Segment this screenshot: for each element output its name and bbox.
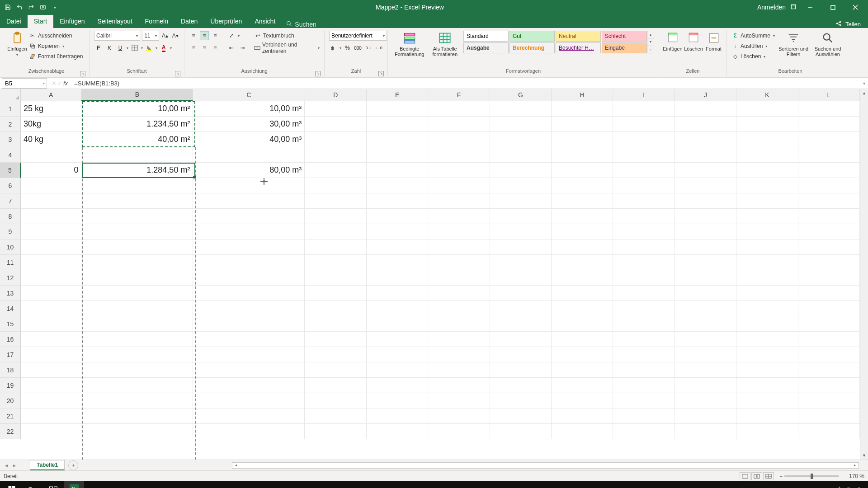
cell[interactable] [613, 147, 675, 163]
cell[interactable] [428, 101, 490, 117]
cell[interactable] [675, 117, 736, 132]
insert-function-button[interactable]: fx [63, 80, 68, 87]
style-schlecht[interactable]: Schlecht [602, 31, 647, 42]
cell[interactable] [490, 147, 552, 163]
row-header[interactable]: 3 [0, 132, 21, 147]
expand-formula-bar-icon[interactable]: ▾ [860, 81, 868, 86]
row-header[interactable]: 2 [0, 117, 21, 132]
row-header[interactable]: 1 [0, 101, 21, 117]
cell[interactable] [798, 316, 860, 332]
cell[interactable] [675, 224, 736, 239]
cell[interactable] [428, 424, 490, 439]
cell[interactable] [21, 209, 81, 224]
style-neutral[interactable]: Neutral [556, 31, 601, 42]
cell[interactable] [552, 270, 613, 286]
cell[interactable] [552, 239, 613, 255]
cell[interactable] [193, 147, 305, 163]
cell[interactable] [305, 132, 366, 147]
tab-seitenlayout[interactable]: Seitenlayout [91, 15, 139, 28]
cell[interactable] [552, 347, 613, 362]
style-ausgabe[interactable]: Ausgabe [463, 42, 509, 53]
cell[interactable] [21, 332, 81, 347]
cell[interactable] [675, 378, 736, 393]
column-header[interactable]: L [798, 89, 860, 101]
sheet-tab[interactable]: Tabelle1 [30, 460, 65, 470]
save-icon[interactable] [4, 3, 12, 11]
cell[interactable] [81, 316, 193, 332]
cell[interactable] [428, 393, 490, 408]
fill-color-icon[interactable] [145, 43, 154, 52]
cell[interactable] [736, 332, 798, 347]
cell[interactable] [81, 147, 193, 163]
cell[interactable] [490, 301, 552, 316]
cell[interactable] [428, 193, 490, 209]
tab-daten[interactable]: Daten [175, 15, 204, 28]
cell[interactable] [81, 286, 193, 301]
cell[interactable] [428, 286, 490, 301]
cell[interactable] [490, 193, 552, 209]
column-header[interactable]: H [552, 89, 613, 101]
cell[interactable] [367, 239, 428, 255]
cell[interactable] [736, 101, 798, 117]
cell[interactable] [675, 347, 736, 362]
cell[interactable] [367, 286, 428, 301]
cell[interactable] [193, 193, 305, 209]
cell[interactable] [305, 286, 366, 301]
cell[interactable] [798, 147, 860, 163]
cell[interactable] [675, 362, 736, 378]
decrease-indent-icon[interactable]: ⇤ [227, 43, 236, 52]
cell[interactable] [736, 286, 798, 301]
horizontal-scrollbar[interactable]: ◂▸ [232, 462, 859, 469]
cell[interactable] [675, 408, 736, 424]
cell[interactable] [675, 332, 736, 347]
cell[interactable] [736, 163, 798, 178]
increase-font-icon[interactable]: A▴ [161, 31, 170, 40]
cell[interactable] [675, 270, 736, 286]
row-header[interactable]: 5 [0, 163, 21, 178]
file-explorer-icon[interactable] [23, 481, 42, 488]
cell[interactable] [367, 224, 428, 239]
cell[interactable] [428, 117, 490, 132]
row-header[interactable]: 11 [0, 255, 21, 270]
decrease-decimal-icon[interactable]: ←.0 [374, 43, 383, 52]
orientation-icon[interactable]: ⤢ [227, 31, 236, 40]
cell[interactable] [428, 255, 490, 270]
row-header[interactable]: 20 [0, 393, 21, 408]
cell[interactable] [798, 301, 860, 316]
row-header[interactable]: 8 [0, 209, 21, 224]
sheet-nav-first-icon[interactable]: ◂ [3, 462, 10, 469]
conditional-formatting-button[interactable]: Bedingte Formatierung [392, 31, 426, 57]
align-center-icon[interactable]: ≡ [200, 43, 209, 52]
close-button[interactable] [846, 0, 864, 14]
cell[interactable] [21, 347, 81, 362]
cell[interactable] [798, 239, 860, 255]
cell[interactable] [428, 224, 490, 239]
cell[interactable] [552, 178, 613, 193]
font-color-icon[interactable]: A [159, 43, 168, 52]
cell[interactable] [428, 316, 490, 332]
cell[interactable] [552, 378, 613, 393]
cell[interactable] [613, 209, 675, 224]
cell[interactable] [428, 301, 490, 316]
cell[interactable] [428, 378, 490, 393]
cell[interactable] [193, 178, 305, 193]
cell[interactable] [305, 147, 366, 163]
cell[interactable] [552, 147, 613, 163]
cell[interactable] [81, 393, 193, 408]
cell[interactable] [367, 117, 428, 132]
row-header[interactable]: 13 [0, 286, 21, 301]
row-header[interactable]: 12 [0, 270, 21, 286]
row-header[interactable]: 22 [0, 424, 21, 439]
insert-cells-button[interactable]: Einfügen [664, 31, 682, 52]
cell[interactable] [81, 301, 193, 316]
cell[interactable] [305, 316, 366, 332]
cell[interactable] [613, 408, 675, 424]
cell[interactable] [552, 332, 613, 347]
bold-button[interactable]: F [94, 43, 103, 52]
dialog-launcher-icon[interactable]: ↘ [378, 71, 384, 76]
select-all-button[interactable] [0, 89, 21, 101]
cell[interactable] [490, 378, 552, 393]
cell[interactable] [552, 301, 613, 316]
cell[interactable] [613, 347, 675, 362]
column-header[interactable]: G [490, 89, 552, 101]
